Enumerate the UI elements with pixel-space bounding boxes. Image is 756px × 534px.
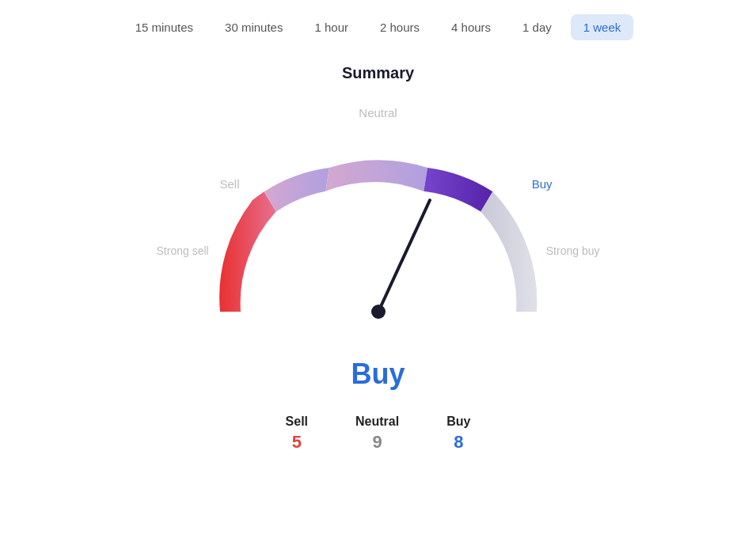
- summary-container: Summary: [101, 64, 655, 453]
- gauge-wrapper: Neutral Sell Buy Strong sell Strong buy: [157, 98, 600, 343]
- tab-15m[interactable]: 15 minutes: [123, 14, 206, 40]
- stat-value-neutral: 9: [372, 432, 382, 453]
- stat-label-sell: Sell: [286, 415, 308, 429]
- gauge-segment-neutral: [325, 160, 427, 191]
- label-buy: Buy: [532, 177, 553, 191]
- signal-text: Buy: [351, 358, 405, 391]
- stat-buy: Buy8: [446, 415, 470, 453]
- tab-1w[interactable]: 1 week: [571, 14, 634, 40]
- gauge-segment-strong-buy: [481, 191, 537, 312]
- tab-4h[interactable]: 4 hours: [439, 14, 503, 40]
- label-strong-sell: Strong sell: [157, 244, 209, 257]
- tab-30m[interactable]: 30 minutes: [212, 14, 295, 40]
- stat-label-buy: Buy: [446, 415, 470, 429]
- gauge-svg: [157, 98, 600, 343]
- tab-2h[interactable]: 2 hours: [367, 14, 432, 40]
- label-neutral: Neutral: [359, 106, 397, 119]
- time-tabs-container: 15 minutes30 minutes1 hour2 hours4 hours…: [123, 14, 634, 40]
- label-sell: Sell: [220, 177, 240, 191]
- stat-neutral: Neutral9: [355, 415, 399, 453]
- stats-row: Sell5Neutral9Buy8: [286, 415, 471, 453]
- gauge-segment-strong-sell: [219, 191, 276, 312]
- stat-value-sell: 5: [292, 432, 302, 453]
- gauge-needle: [378, 200, 430, 312]
- stat-value-buy: 8: [454, 432, 463, 453]
- tab-1d[interactable]: 1 day: [510, 14, 564, 40]
- label-strong-buy: Strong buy: [546, 244, 600, 257]
- tab-1h[interactable]: 1 hour: [302, 14, 361, 40]
- summary-title: Summary: [342, 64, 414, 82]
- gauge-segment-buy: [424, 168, 492, 212]
- gauge-needle-dot: [371, 305, 386, 319]
- stat-label-neutral: Neutral: [355, 415, 399, 429]
- stat-sell: Sell5: [286, 415, 308, 453]
- gauge-segment-sell: [264, 168, 329, 212]
